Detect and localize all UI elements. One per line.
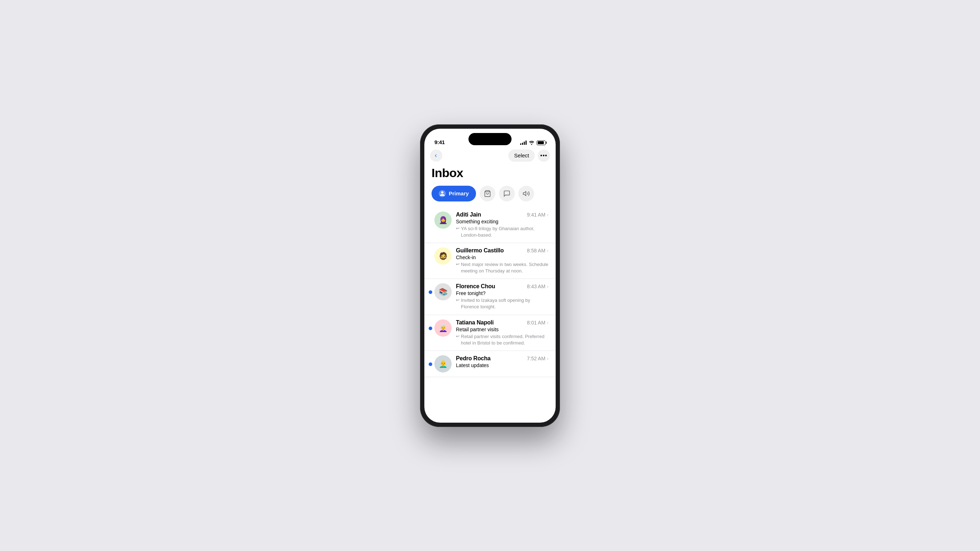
email-content: Tatiana Napoli 8:01 AM › Retail partner … [456, 319, 549, 346]
email-preview-row: ↩ YA sci-fi trilogy by Ghanaian author, … [456, 225, 549, 238]
email-time: 8:01 AM [527, 320, 545, 326]
avatar: 🧕 [434, 211, 452, 229]
page-title-area: Inbox [424, 165, 556, 186]
avatar: 👩‍🦳 [434, 319, 452, 337]
email-preview-row: ↩ Retail partner visits confirmed. Prefe… [456, 333, 549, 346]
email-time: 8:43 AM [527, 284, 545, 289]
email-time-row: 8:01 AM › [527, 320, 549, 326]
email-item[interactable]: 🧔 Guillermo Castillo 8:58 AM › Check-in … [424, 243, 556, 279]
email-subject: Free tonight? [456, 291, 549, 296]
tab-bar: Primary [424, 186, 556, 207]
email-chevron-icon: › [547, 212, 549, 218]
email-header: Florence Chou 8:43 AM › [456, 283, 549, 290]
email-list: 🧕 Aditi Jain 9:41 AM › Something excitin… [424, 207, 556, 422]
select-button[interactable]: Select [508, 149, 535, 162]
primary-tab-label: Primary [449, 191, 469, 197]
tab-promotions[interactable] [518, 186, 534, 202]
email-preview: Next major review in two weeks. Schedule… [461, 261, 549, 274]
avatar: 🧔 [434, 247, 452, 265]
phone-frame: 9:41 ‹ [420, 124, 560, 427]
email-subject: Retail partner visits [456, 327, 549, 332]
email-header: Aditi Jain 9:41 AM › [456, 211, 549, 218]
email-content: Aditi Jain 9:41 AM › Something exciting … [456, 211, 549, 238]
email-item[interactable]: 📚 Florence Chou 8:43 AM › Free tonight? … [424, 279, 556, 315]
email-item[interactable]: 👩‍🦳 Tatiana Napoli 8:01 AM › Retail part… [424, 315, 556, 351]
avatar: 📚 [434, 283, 452, 300]
more-icon: ••• [540, 152, 547, 159]
unread-dot [429, 362, 432, 366]
wifi-icon [529, 141, 535, 145]
email-header: Guillermo Castillo 8:58 AM › [456, 247, 549, 254]
back-button[interactable]: ‹ [430, 149, 442, 162]
email-chevron-icon: › [547, 320, 549, 326]
email-chevron-icon: › [547, 356, 549, 361]
email-subject: Something exciting [456, 219, 549, 224]
reply-icon: ↩ [456, 226, 460, 231]
back-chevron-icon: ‹ [435, 152, 437, 159]
email-time: 8:58 AM [527, 248, 545, 254]
megaphone-icon [523, 190, 530, 197]
tab-social[interactable] [499, 186, 515, 202]
email-subject: Check-in [456, 254, 549, 260]
email-time: 7:52 AM [527, 356, 545, 361]
dynamic-island [468, 133, 512, 145]
email-preview: YA sci-fi trilogy by Ghanaian author, Lo… [461, 225, 549, 238]
avatar: 👨‍🦲 [434, 355, 452, 373]
cart-icon [484, 190, 491, 197]
tab-primary[interactable]: Primary [431, 186, 476, 202]
reply-icon: ↩ [456, 297, 460, 303]
email-sender: Pedro Rocha [456, 355, 491, 362]
phone-screen: 9:41 ‹ [424, 129, 556, 422]
email-sender: Florence Chou [456, 283, 495, 290]
email-time-row: 7:52 AM › [527, 356, 549, 361]
status-icons [520, 141, 546, 145]
email-content: Pedro Rocha 7:52 AM › Latest updates [456, 355, 549, 369]
signal-icon [520, 141, 527, 145]
status-time: 9:41 [434, 139, 445, 145]
email-time-row: 9:41 AM › [527, 212, 549, 218]
email-header: Pedro Rocha 7:52 AM › [456, 355, 549, 362]
email-subject: Latest updates [456, 362, 549, 368]
nav-actions: Select ••• [508, 149, 550, 162]
person-icon [439, 191, 445, 197]
unread-dot [429, 327, 432, 330]
email-sender: Tatiana Napoli [456, 319, 493, 326]
email-sender: Guillermo Castillo [456, 247, 504, 254]
email-time-row: 8:58 AM › [527, 248, 549, 254]
email-content: Florence Chou 8:43 AM › Free tonight? ↩ … [456, 283, 549, 310]
email-chevron-icon: › [547, 284, 549, 289]
email-item[interactable]: 🧕 Aditi Jain 9:41 AM › Something excitin… [424, 207, 556, 243]
email-time-row: 8:43 AM › [527, 284, 549, 289]
email-header: Tatiana Napoli 8:01 AM › [456, 319, 549, 326]
email-preview-row: ↩ Invited to Izakaya soft opening by Flo… [456, 297, 549, 310]
reply-icon: ↩ [456, 334, 460, 339]
more-button[interactable]: ••• [538, 149, 550, 162]
tab-shopping[interactable] [480, 186, 495, 202]
reply-icon: ↩ [456, 262, 460, 267]
chat-icon [503, 190, 511, 197]
nav-bar: ‹ Select ••• [424, 148, 556, 165]
email-preview: Invited to Izakaya soft opening by Flore… [461, 297, 549, 310]
email-preview: Retail partner visits confirmed. Preferr… [461, 333, 549, 346]
unread-dot [429, 291, 432, 294]
page-title: Inbox [431, 166, 549, 180]
email-item[interactable]: 👨‍🦲 Pedro Rocha 7:52 AM › Latest updates [424, 351, 556, 377]
email-content: Guillermo Castillo 8:58 AM › Check-in ↩ … [456, 247, 549, 274]
email-sender: Aditi Jain [456, 211, 481, 218]
email-time: 9:41 AM [527, 212, 545, 218]
battery-icon [537, 141, 546, 145]
primary-tab-icon [439, 190, 446, 197]
email-chevron-icon: › [547, 248, 549, 254]
email-preview-row: ↩ Next major review in two weeks. Schedu… [456, 261, 549, 274]
